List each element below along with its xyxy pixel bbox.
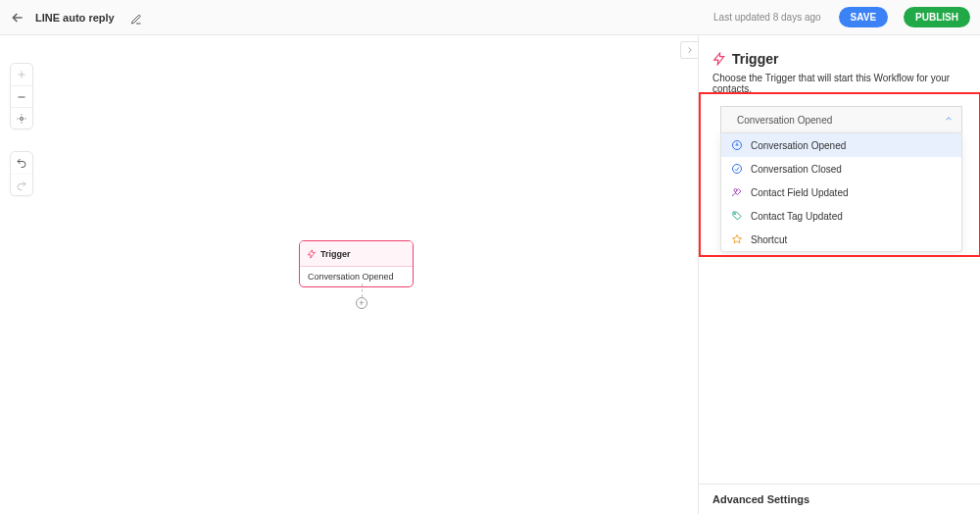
trigger-dropdown: Conversation Opened Conversation Closed …	[720, 133, 962, 252]
option-label: Contact Field Updated	[751, 187, 849, 198]
panel-description: Choose the Trigger that will start this …	[712, 73, 966, 94]
trigger-option-conversation-opened[interactable]: Conversation Opened	[721, 133, 961, 157]
trigger-option-contact-field-updated[interactable]: Contact Field Updated	[721, 180, 961, 204]
trigger-node-header: Trigger	[300, 241, 413, 266]
trigger-option-shortcut[interactable]: Shortcut	[721, 228, 961, 251]
top-bar: LINE auto reply Last updated 8 days ago …	[0, 0, 980, 35]
option-label: Conversation Opened	[751, 140, 846, 151]
trigger-panel: Trigger Choose the Trigger that will sta…	[698, 35, 980, 514]
trigger-option-conversation-closed[interactable]: Conversation Closed	[721, 157, 961, 180]
panel-title: Trigger	[732, 51, 778, 67]
option-label: Conversation Closed	[751, 164, 842, 175]
node-connector: +	[356, 283, 368, 309]
undo-button[interactable]	[11, 152, 32, 174]
svg-point-3	[733, 165, 742, 174]
fit-view-button[interactable]	[11, 107, 32, 128]
option-label: Shortcut	[751, 234, 787, 245]
redo-button[interactable]	[11, 174, 32, 195]
workflow-canvas[interactable]: Trigger Conversation Opened +	[0, 35, 698, 514]
canvas-toolbar	[10, 63, 33, 196]
shortcut-icon	[731, 233, 743, 245]
svg-point-5	[734, 213, 735, 214]
back-icon[interactable]	[10, 10, 25, 26]
last-updated-text: Last updated 8 days ago	[713, 12, 821, 23]
conversation-opened-icon	[731, 139, 743, 151]
workflow-title: LINE auto reply	[35, 12, 115, 24]
trigger-select-value: Conversation Opened	[737, 115, 832, 126]
conversation-closed-icon	[731, 163, 743, 175]
zoom-out-button[interactable]	[11, 85, 32, 107]
bolt-icon	[712, 52, 726, 66]
edit-title-icon[interactable]	[130, 12, 142, 24]
option-label: Contact Tag Updated	[751, 211, 843, 222]
trigger-node[interactable]: Trigger Conversation Opened	[299, 240, 414, 287]
trigger-node-title: Trigger	[320, 249, 351, 259]
advanced-settings-section[interactable]: Advanced Settings	[699, 484, 980, 514]
save-button[interactable]: SAVE	[839, 7, 889, 27]
contact-field-icon	[731, 186, 743, 198]
contact-tag-icon	[731, 210, 743, 222]
trigger-select[interactable]: Conversation Opened	[720, 106, 962, 133]
collapse-panel-button[interactable]	[680, 41, 698, 59]
chevron-up-icon	[944, 114, 954, 126]
trigger-option-contact-tag-updated[interactable]: Contact Tag Updated	[721, 204, 961, 228]
publish-button[interactable]: PUBLISH	[904, 7, 970, 27]
svg-point-0	[21, 117, 24, 120]
add-step-button[interactable]: +	[356, 297, 368, 309]
bolt-icon	[307, 245, 317, 263]
zoom-in-button[interactable]	[11, 64, 32, 85]
